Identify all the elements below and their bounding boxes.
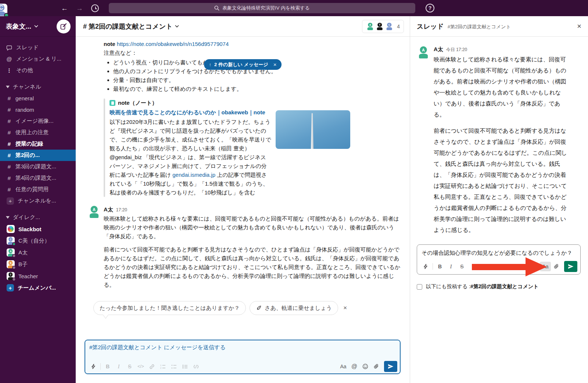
italic-button[interactable]: I [445, 262, 456, 271]
ordered-list-button[interactable]: 12 [157, 362, 168, 371]
code-block-button[interactable] [190, 362, 201, 371]
blockquote-button[interactable] [179, 362, 190, 371]
avatar: B [7, 260, 15, 268]
offline-dot [12, 254, 16, 258]
attach-file-button[interactable] [551, 262, 562, 271]
thread-reply-composer[interactable]: その場合認知心理学の知見などが必要になるのでしょうか？ B I S Aa [417, 244, 581, 275]
new-messages-banner[interactable]: ↑ 2 件の新しい メッセージ × [204, 59, 282, 70]
sidebar-channel-random[interactable]: #random [0, 104, 76, 115]
dm-self[interactable]: C C美（自分） [0, 235, 76, 247]
avatar: C [7, 237, 15, 245]
user-avatar[interactable]: C [0, 4, 7, 16]
sidebar-channel-image[interactable]: #イメージ画像... [0, 115, 76, 127]
dm-slackbot[interactable]: Slackbot [0, 223, 76, 235]
history-clock-icon[interactable] [91, 4, 99, 12]
sidebar-channel-session2-selected[interactable]: #第2回の... [0, 150, 76, 161]
threads-icon [6, 45, 12, 51]
history-forward-button[interactable]: → [76, 5, 83, 12]
message-composer[interactable]: #第2回の課題文献とコメント にメッセージを送信する B I S </> 12 … [85, 340, 401, 374]
bold-button[interactable]: B [102, 362, 113, 371]
strikethrough-button[interactable]: S [124, 362, 135, 371]
thread-message: A A太 今日 17:20 映画体験として総称される様々な要素には、回復可能であ… [417, 46, 581, 236]
message-author[interactable]: A太 [434, 46, 443, 53]
message-timestamp[interactable]: 17:20 [116, 205, 127, 214]
sidebar-item-threads[interactable]: スレッド [0, 42, 76, 53]
bold-button[interactable]: B [434, 262, 445, 271]
sidebar-channel-usage-notes[interactable]: #使用上の注意 [0, 127, 76, 138]
caret-down-icon [6, 86, 10, 88]
avatar[interactable]: A [417, 46, 430, 59]
suggestion-pill-1[interactable]: たった今参加しました！聞き逃したことはありますか？ [93, 301, 246, 315]
attachment-title-link[interactable]: 映画を倍速で見ることのなにがわるいのか｜obakeweb｜note [110, 108, 271, 117]
code-button[interactable]: </> [135, 362, 146, 371]
search-input[interactable]: 表象文化論特殊研究演習IV 内を検索する [109, 3, 415, 13]
link-button[interactable] [146, 362, 157, 371]
message-text-intro: 注意点など： [104, 49, 401, 57]
shortcuts-lightning-icon[interactable] [420, 262, 431, 271]
channel-members-button[interactable]: A T C 4 [362, 20, 404, 33]
thread-panel: スレッド #第2回の課題文献とコメント × A A太 今日 17:20 映画体験… [410, 16, 588, 383]
format-toggle-button[interactable]: Aa [338, 362, 349, 371]
reply-toolbar: B I S Aa [417, 259, 580, 274]
dms-section-header[interactable]: ダイレク... [0, 212, 76, 223]
emoji-button[interactable] [360, 362, 371, 371]
sidebar-channel-session3[interactable]: #第3回の課題文... [0, 161, 76, 172]
message-a-ta: A A太 17:20 映画体験として総称される様々な要素には、回復可能であるもの… [104, 205, 401, 289]
thread-channel-name[interactable]: #第2回の課題文献とコメント [448, 24, 511, 30]
shortcuts-lightning-icon[interactable] [88, 362, 99, 371]
history-back-button[interactable]: ← [61, 5, 68, 12]
workspace-name: 表象文... [6, 22, 31, 31]
send-button[interactable] [384, 361, 397, 372]
channels-section-header[interactable]: チャンネル [0, 81, 76, 93]
message-author[interactable]: A太 [104, 205, 113, 214]
new-message-button[interactable] [57, 19, 71, 33]
note-url-link[interactable]: https://note.com/obakeweb/n/n156d9577907… [117, 41, 229, 47]
attach-file-button[interactable] [371, 362, 382, 371]
offline-dot [12, 266, 16, 269]
arrow-up-icon: ↑ [209, 60, 212, 69]
gendai-link[interactable]: gendai.ismedia.jp [172, 172, 215, 178]
add-teammates-button[interactable]: + チームメンバ... [0, 282, 76, 294]
help-button[interactable]: ? [426, 4, 434, 12]
note-favicon-icon [110, 100, 115, 106]
strikethrough-button[interactable]: S [456, 262, 467, 271]
sidebar-channel-class-record[interactable]: #授業の記録 [0, 138, 76, 150]
format-toggle-button[interactable]: Aa [540, 262, 551, 271]
sidebar-item-more[interactable]: ⋮ その他 [0, 65, 76, 76]
vertical-dots-icon: ⋮ [6, 67, 12, 74]
add-channel-button[interactable]: +チャンネルを... [0, 195, 76, 207]
dismiss-suggestions-icon[interactable]: × [343, 304, 347, 312]
italic-button[interactable]: I [113, 362, 124, 371]
message-timestamp[interactable]: 今日 17:20 [446, 46, 467, 53]
search-icon [214, 6, 219, 11]
sidebar-channel-session4[interactable]: #第4回の課題文... [0, 172, 76, 184]
mention-button[interactable]: @ [349, 362, 360, 371]
bulleted-list-button[interactable] [168, 362, 179, 371]
avatar[interactable]: A [87, 205, 101, 218]
dm-teacher[interactable]: T Teacher [0, 270, 76, 282]
dm-b-ko[interactable]: B B子 [0, 258, 76, 270]
also-post-channel: #第2回の課題文献とコメント [470, 283, 539, 289]
composer-input[interactable]: #第2回の課題文献とコメント にメッセージを送信する [85, 340, 400, 351]
close-thread-icon[interactable]: × [577, 22, 581, 31]
avatar: A [7, 248, 15, 257]
suggested-replies: たった今参加しました！聞き逃したことはありますか？ さあ、軌道に乗せましょう × [93, 301, 401, 315]
suggestion-pill-2[interactable]: さあ、軌道に乗せましょう [250, 301, 338, 315]
send-reply-button[interactable] [564, 261, 577, 272]
channel-title[interactable]: # 第2回の課題文献とコメント [83, 22, 179, 31]
sidebar-channel-questions[interactable]: #任意の質問用 [0, 184, 76, 195]
dm-a-ta[interactable]: A A太 [0, 247, 76, 258]
at-icon: @ [6, 56, 12, 62]
attachment-thumbnail-image[interactable] [276, 110, 350, 149]
workspace-header[interactable]: 表象文... [0, 16, 76, 37]
offline-dot [12, 278, 16, 281]
also-post-checkbox[interactable] [417, 284, 422, 290]
sidebar-channel-general[interactable]: #general [0, 93, 76, 104]
slackbot-avatar [7, 225, 15, 233]
reply-input[interactable]: その場合認知心理学の知見などが必要になるのでしょうか？ [417, 245, 580, 259]
sidebar-item-mentions[interactable]: @ メンション & リ... [0, 53, 76, 65]
member-avatar: A [366, 22, 374, 31]
message-body: 映画体験として総称される様々な要素には、回復可能であるものと回復不可能な（可能性… [434, 54, 570, 236]
dismiss-banner-icon[interactable]: × [273, 60, 277, 69]
attachment-provider: note（ノート） [118, 99, 157, 107]
